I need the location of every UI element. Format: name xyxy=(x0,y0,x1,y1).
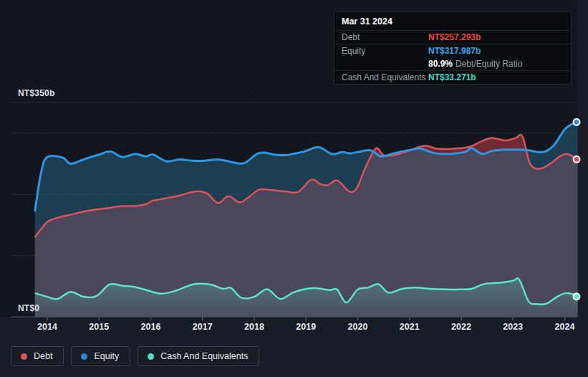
tooltip-cash-label: Cash And Equivalents xyxy=(342,72,428,82)
x-tick-label: 2019 xyxy=(290,322,322,332)
cash-dot-icon xyxy=(148,353,154,360)
tooltip-equity-label: Equity xyxy=(342,46,428,56)
tooltip-cash-row: Cash And Equivalents NT$33.271b xyxy=(334,71,571,84)
legend-item-debt[interactable]: Debt xyxy=(11,346,64,366)
tooltip-debt-row: Debt NT$257.293b xyxy=(334,31,571,44)
tooltip-ratio-value: 80.9% xyxy=(428,59,453,69)
x-tick-label: 2023 xyxy=(497,322,529,332)
tooltip-debt-value: NT$257.293b xyxy=(428,32,481,42)
chart-panel: NT$350b NT$0 201420152016201720182019202… xyxy=(0,0,588,377)
y-axis-max-label: NT$350b xyxy=(18,88,54,98)
legend-item-cash[interactable]: Cash And Equivalents xyxy=(138,346,259,366)
legend-debt-label: Debt xyxy=(34,351,52,361)
chart-tooltip: Mar 31 2024 Debt NT$257.293b Equity NT$3… xyxy=(334,11,572,85)
x-tick-label: 2024 xyxy=(549,322,581,332)
legend-equity-label: Equity xyxy=(94,351,119,361)
legend-cash-label: Cash And Equivalents xyxy=(160,351,248,361)
equity-dot-icon xyxy=(81,353,87,360)
tooltip-cash-value: NT$33.271b xyxy=(428,72,476,82)
legend-item-equity[interactable]: Equity xyxy=(71,346,130,366)
x-tick-label: 2014 xyxy=(32,322,63,332)
x-tick-label: 2015 xyxy=(83,322,115,332)
y-axis-zero-label: NT$0 xyxy=(18,303,39,313)
tooltip-ratio-row: 80.9% Debt/Equity Ratio xyxy=(334,57,571,71)
tooltip-equity-value: NT$317.987b xyxy=(428,46,481,56)
x-tick-label: 2020 xyxy=(342,322,374,332)
tooltip-equity-row: Equity NT$317.987b xyxy=(334,44,571,57)
x-tick-label: 2017 xyxy=(187,322,218,332)
x-tick-label: 2018 xyxy=(238,322,270,332)
x-tick-label: 2016 xyxy=(135,322,167,332)
cash-end-marker xyxy=(574,293,580,300)
tooltip-debt-label: Debt xyxy=(342,32,428,42)
x-tick-label: 2021 xyxy=(394,322,425,332)
debt-end-marker xyxy=(574,156,580,163)
tooltip-date: Mar 31 2024 xyxy=(334,12,571,31)
chart-legend: Debt Equity Cash And Equivalents xyxy=(11,346,259,366)
equity-end-marker xyxy=(574,119,580,125)
x-tick-label: 2022 xyxy=(445,322,477,332)
tooltip-ratio-label: Debt/Equity Ratio xyxy=(456,59,522,69)
debt-dot-icon xyxy=(21,353,27,360)
